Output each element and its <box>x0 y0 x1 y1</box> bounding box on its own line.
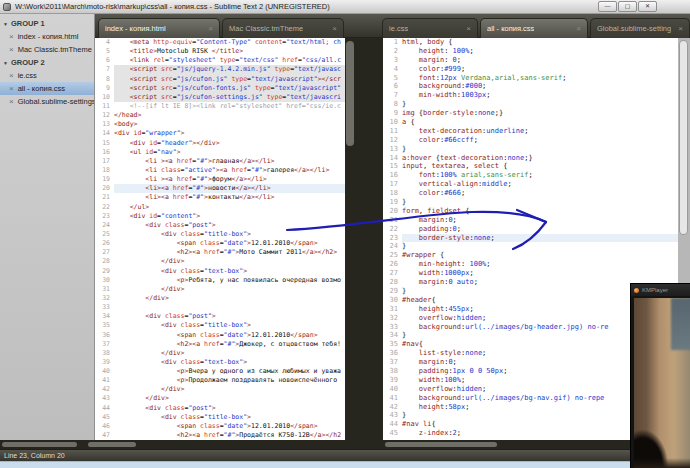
close-file-icon[interactable]: × <box>9 33 14 41</box>
tab-close-icon[interactable]: × <box>208 25 213 33</box>
code-line[interactable]: 15input, textarea, select { <box>383 162 678 171</box>
maximize-button[interactable]: ▢ <box>618 1 637 12</box>
code-line[interactable]: 6 <link rel="stylesheet" type="text/css"… <box>95 56 345 65</box>
code-line[interactable]: 3 margin: 0; <box>383 56 678 65</box>
right-editor-horizontal-scrollbar-thumb[interactable] <box>385 442 497 447</box>
code-line[interactable]: 11 <!--[if lt IE 8]><link rel="styleshee… <box>95 102 345 111</box>
code-line[interactable]: 15 <div id="header"></div> <box>95 139 345 148</box>
code-line[interactable]: 43 </div> <box>95 394 345 403</box>
code-line[interactable]: 2 height: 100%; <box>383 47 678 56</box>
code-line[interactable]: 10a { <box>383 118 678 127</box>
code-line[interactable]: 19} <box>383 198 678 207</box>
code-line[interactable]: 36 <span class="date">12.01.2010</span> <box>95 331 345 340</box>
close-file-icon[interactable]: × <box>9 85 14 93</box>
code-line[interactable]: 5 font:12px Verdana,arial,sans-serif; <box>383 74 678 83</box>
code-line[interactable]: 26 min-height: 100%; <box>383 260 678 269</box>
editor-tab[interactable]: index - копия.html× <box>98 18 220 38</box>
code-line[interactable]: 27 <h2><a href="#">Мото Саммит 2011</a><… <box>95 248 345 257</box>
code-line[interactable]: 9img {border-style:none;} <box>383 109 678 118</box>
code-line[interactable]: 26 <span class="date">12.01.2010</span> <box>95 239 345 248</box>
code-line[interactable]: 21 <li><a href="#">контакты</a></li> <box>95 193 345 202</box>
code-line[interactable]: 38 </div> <box>95 349 345 358</box>
editor-tab[interactable]: Mac Classic.tmTheme× <box>222 18 344 38</box>
code-line[interactable]: 4 color:#999; <box>383 65 678 74</box>
code-line[interactable]: 17 vertical-align:middle; <box>383 180 678 189</box>
sidebar-horizontal-scrollbar-thumb[interactable] <box>2 442 77 447</box>
editor-pane-html[interactable]: 4 <meta http-equiv="Content-Type" conten… <box>95 38 345 440</box>
sidebar-file-item[interactable]: ×all - копия.css <box>0 82 94 95</box>
code-line[interactable]: 24} <box>383 242 678 251</box>
code-line[interactable]: 46 <span class="date">12.01.2010</span> <box>95 422 345 431</box>
code-line[interactable]: 16 <ul id="nav"> <box>95 148 345 157</box>
code-line[interactable]: 22 </ul> <box>95 203 345 212</box>
code-line[interactable]: 14a:hover {text-decoration:none;} <box>383 154 678 163</box>
code-line[interactable]: 18 <li class="active"><a href="#">галере… <box>95 166 345 175</box>
window-titlebar[interactable]: W:\Work\2011\March\moto-risk\markup\css\… <box>0 0 690 14</box>
code-line[interactable]: 11 text-decoration:underline; <box>383 127 678 136</box>
code-line[interactable]: 9 <script src="js/cufon-fonts.js" type="… <box>95 84 345 93</box>
code-line[interactable]: 34 <div class="post"> <box>95 312 345 321</box>
editor-tab[interactable]: all - копия.css× <box>480 18 588 38</box>
sidebar-group-header[interactable]: ▼GROUP 2 <box>0 56 94 69</box>
tab-close-icon[interactable]: × <box>576 25 581 33</box>
close-file-icon[interactable]: × <box>9 72 14 80</box>
code-line[interactable]: 7 <script src="js/jquery-1.4.2.min.js" t… <box>95 65 345 74</box>
sidebar-group-header[interactable]: ▼GROUP 1 <box>0 17 94 30</box>
code-line[interactable]: 37 <h2><a href="#">Джокер, с отцовством … <box>95 340 345 349</box>
code-line[interactable]: 6 background:#000; <box>383 82 678 91</box>
code-line[interactable]: 14<div id="wrapper"> <box>95 129 345 138</box>
code-line[interactable]: 45 <div class="title-box"> <box>95 413 345 422</box>
code-line[interactable]: 33 <box>95 303 345 312</box>
close-button[interactable]: ✕ <box>638 1 657 12</box>
code-line[interactable]: 25#wrapper { <box>383 251 678 260</box>
code-line[interactable]: 8 <script src="js/cufon.js" type="text/j… <box>95 75 345 84</box>
code-line[interactable]: 35 <div class="title-box"> <box>95 321 345 330</box>
code-line[interactable]: 8} <box>383 100 678 109</box>
code-line[interactable]: 13} <box>383 145 678 154</box>
code-line[interactable]: 1html, body { <box>383 38 678 47</box>
tab-close-icon[interactable]: × <box>466 25 471 33</box>
code-line[interactable]: 47 <h2><a href="#">Продаётся К750-12В</a… <box>95 431 345 440</box>
code-line[interactable]: 23 <div id="content"> <box>95 212 345 221</box>
code-line[interactable]: 4 <meta http-equiv="Content-Type" conten… <box>95 38 345 47</box>
kmplayer-titlebar[interactable]: KMPlayer <box>631 284 690 296</box>
code-line[interactable]: 27 width:1000px; <box>383 269 678 278</box>
sidebar-file-item[interactable]: ×Global.sublime-settings <box>0 95 94 108</box>
code-line[interactable]: 7 min-width:1003px; <box>383 91 678 100</box>
code-line[interactable]: 42 </div> <box>95 385 345 394</box>
code-line[interactable]: 18 color:#666; <box>383 189 678 198</box>
code-line[interactable]: 23 border-style:none; <box>383 234 678 243</box>
code-line[interactable]: 44 <div class="post"> <box>95 404 345 413</box>
kmplayer-window[interactable]: KMPlayer <box>630 283 690 468</box>
close-file-icon[interactable]: × <box>9 98 14 106</box>
code-line[interactable]: 21 margin:0; <box>383 216 678 225</box>
editor-tab[interactable]: ie.css× <box>382 18 478 38</box>
code-line[interactable]: 13<body> <box>95 120 345 129</box>
tab-close-icon[interactable]: × <box>332 25 337 33</box>
sidebar-file-item[interactable]: ×Mac Classic.tmTheme <box>0 43 94 56</box>
code-line[interactable]: 20form, fieldset { <box>383 207 678 216</box>
code-line[interactable]: 41 <p>Продолжаем поздравлять новоиспечён… <box>95 376 345 385</box>
code-line[interactable]: 12</head> <box>95 111 345 120</box>
code-line[interactable]: 30 <p>Ребята, у нас появилась очередная … <box>95 276 345 285</box>
code-line[interactable]: 28 </div> <box>95 257 345 266</box>
code-line[interactable]: 32 </div> <box>95 294 345 303</box>
code-line[interactable]: 22 padding:0; <box>383 225 678 234</box>
code-line[interactable]: 5 <title>Motoclub RISK </title> <box>95 47 345 56</box>
code-line[interactable]: 31 </div> <box>95 285 345 294</box>
code-line[interactable]: 16 font:100% arial,sans-serif; <box>383 171 678 180</box>
code-line[interactable]: 40 <p>Вчера у одного из самых любимых и … <box>95 367 345 376</box>
close-file-icon[interactable]: × <box>9 46 14 54</box>
minimize-button[interactable]: — <box>598 1 617 12</box>
code-line[interactable]: 25 <div class="title-box"> <box>95 230 345 239</box>
tab-close-icon[interactable]: × <box>678 25 683 33</box>
left-editor-horizontal-scrollbar-thumb[interactable] <box>88 442 136 447</box>
left-editor-vertical-scrollbar-thumb[interactable] <box>346 41 354 146</box>
code-line[interactable]: 17 <li ><a href="#">главная</a></li> <box>95 157 345 166</box>
code-line[interactable]: 10 <script src="js/cufon-settings.js" ty… <box>95 93 345 102</box>
code-line[interactable]: 12 color:#66ccff; <box>383 136 678 145</box>
code-line[interactable]: 29 <div class="text-box"> <box>95 267 345 276</box>
editor-tab[interactable]: Global.sublime-settings× <box>590 18 690 38</box>
right-editor-vertical-scrollbar-thumb[interactable] <box>679 40 688 235</box>
code-line[interactable]: 20 <li><a href="#">новости</a></li> <box>95 184 345 193</box>
